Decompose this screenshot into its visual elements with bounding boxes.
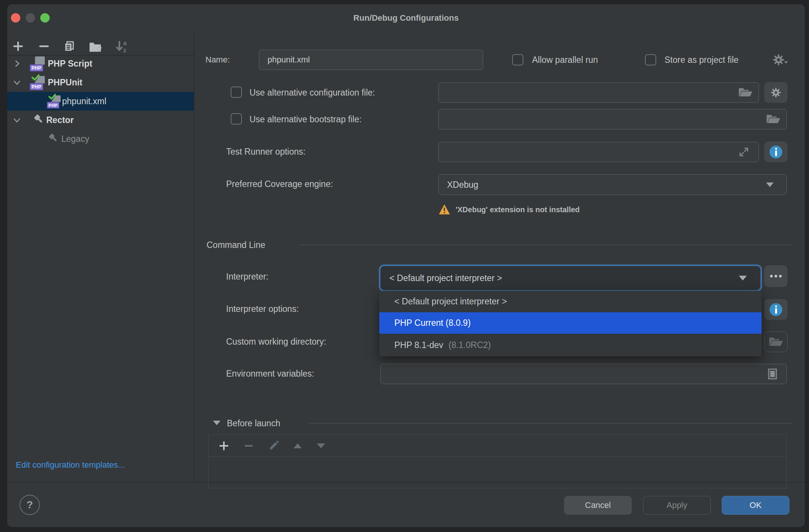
open-folder-icon[interactable] <box>766 114 780 125</box>
use-alt-config-label: Use alternative configuration file: <box>249 88 375 98</box>
command-line-section-title: Command Line <box>207 240 265 250</box>
tree-item-rector[interactable]: Rector <box>7 111 194 129</box>
before-launch-section-title: Before launch <box>227 418 280 429</box>
store-as-project-file-label: Store as project file <box>665 55 739 65</box>
gear-icon <box>770 87 782 99</box>
interpreter-options-info-button[interactable] <box>764 299 788 320</box>
apply-button[interactable]: Apply <box>643 496 711 515</box>
copy-configuration-button[interactable] <box>62 40 76 53</box>
browse-ellipsis-icon <box>769 274 782 278</box>
interpreter-options-label: Interpreter options: <box>226 304 299 314</box>
interpreter-browse-button[interactable] <box>764 265 788 287</box>
info-icon <box>769 146 782 158</box>
alt-config-path-input[interactable] <box>438 82 759 103</box>
environment-variables-input[interactable] <box>380 364 787 384</box>
interpreter-label: Interpreter: <box>226 272 269 282</box>
chevron-down-icon[interactable] <box>12 78 21 87</box>
test-runner-info-button[interactable] <box>764 141 788 162</box>
edit-task-button[interactable] <box>268 440 279 451</box>
move-up-button[interactable] <box>293 442 303 450</box>
tree-item-label: Rector <box>46 115 74 125</box>
open-folder-icon[interactable] <box>738 87 753 98</box>
cancel-button[interactable]: Cancel <box>564 496 632 515</box>
phpunit-icon: PHP <box>30 74 45 90</box>
tree-item-label: phpunit.xml <box>62 96 106 106</box>
tree-item-phpunit-xml-selected[interactable]: PHP phpunit.xml <box>7 92 194 111</box>
interpreter-combobox-value: < Default project interpreter > <box>389 273 502 283</box>
svg-text:a: a <box>123 40 127 46</box>
alt-config-settings-button[interactable] <box>764 82 788 103</box>
store-as-project-file-checkbox[interactable] <box>645 54 656 65</box>
before-launch-collapse-icon[interactable] <box>212 420 221 426</box>
coverage-engine-combobox[interactable]: XDebug <box>438 174 787 195</box>
use-alt-config-checkbox[interactable] <box>231 87 242 98</box>
coverage-engine-label: Preferred Coverage engine: <box>226 179 333 189</box>
alt-bootstrap-path-input[interactable] <box>438 109 787 129</box>
name-input[interactable]: phpunit.xml <box>259 50 483 70</box>
dropdown-item-php-current-selected[interactable]: PHP Current (8.0.9) <box>379 312 762 334</box>
chevron-down-icon[interactable] <box>12 116 21 125</box>
expand-field-icon[interactable] <box>738 146 750 158</box>
interpreter-dropdown-popup: < Default project interpreter > PHP Curr… <box>379 291 762 356</box>
help-button[interactable]: ? <box>20 495 40 515</box>
before-launch-toolbar <box>208 435 786 457</box>
remove-configuration-button[interactable] <box>38 40 50 52</box>
open-folder-icon <box>769 336 783 348</box>
php-script-icon: PHP <box>30 56 45 71</box>
allow-parallel-run-checkbox[interactable] <box>512 54 523 65</box>
add-configuration-button[interactable] <box>12 40 24 52</box>
warning-icon <box>438 204 450 215</box>
dropdown-arrow-icon[interactable] <box>765 182 774 188</box>
screen: Run/Debug Configurations a z <box>0 0 809 532</box>
environment-list-icon[interactable] <box>768 368 777 380</box>
use-alt-bootstrap-checkbox[interactable] <box>231 113 242 125</box>
before-launch-panel <box>208 435 787 488</box>
remove-task-button[interactable] <box>243 440 254 451</box>
tree-item-phpunit[interactable]: PHP PHPUnit <box>7 73 194 92</box>
dropdown-item-default-interpreter[interactable]: < Default project interpreter > <box>379 291 762 312</box>
dropdown-item-version-suffix: (8.1.0RC2) <box>449 340 491 350</box>
custom-working-directory-browse-button[interactable] <box>764 331 788 352</box>
info-icon <box>769 303 782 316</box>
help-icon: ? <box>26 499 33 511</box>
phpunit-configuration-icon: PHP <box>47 94 61 109</box>
sidebar-divider[interactable] <box>194 30 195 482</box>
add-task-button[interactable] <box>218 440 230 451</box>
tree-item-legacy[interactable]: Legacy <box>7 129 194 148</box>
coverage-warning-text: 'XDebug' extension is not installed <box>456 205 580 214</box>
chevron-right-icon[interactable] <box>12 59 21 68</box>
move-down-button[interactable] <box>316 442 326 450</box>
sort-alphabetically-icon[interactable]: a z <box>114 40 129 54</box>
edit-configuration-templates-link[interactable]: Edit configuration templates... <box>16 460 125 470</box>
svg-text:z: z <box>123 47 126 53</box>
dropdown-item-php-81-dev[interactable]: PHP 8.1-dev (8.1.0RC2) <box>379 334 762 356</box>
hammer-icon <box>46 133 58 145</box>
dialog-title: Run/Debug Configurations <box>7 13 805 23</box>
hammer-icon <box>30 114 43 126</box>
name-label: Name: <box>205 55 230 65</box>
interpreter-combobox[interactable]: < Default project interpreter > <box>379 264 762 292</box>
custom-working-directory-label: Custom working directory: <box>226 337 326 347</box>
tree-item-label: Legacy <box>61 134 89 144</box>
store-as-project-file-gear-icon[interactable] <box>772 53 788 67</box>
tree-item-label: PHP Script <box>48 59 92 69</box>
before-launch-task-list[interactable] <box>208 458 786 488</box>
before-launch-section-divider <box>309 423 792 424</box>
run-debug-configurations-dialog: Run/Debug Configurations a z <box>7 4 805 527</box>
allow-parallel-run-label: Allow parallel run <box>532 55 598 65</box>
dropdown-arrow-icon[interactable] <box>738 275 748 281</box>
new-folder-button[interactable] <box>88 40 102 53</box>
ok-button[interactable]: OK <box>722 496 789 515</box>
tree-item-php-script[interactable]: PHP PHP Script <box>7 54 194 73</box>
tree-item-label: PHPUnit <box>48 78 82 88</box>
command-line-section-divider <box>299 245 792 245</box>
use-alt-bootstrap-label: Use alternative bootstrap file: <box>249 114 362 125</box>
environment-variables-label: Environment variables: <box>226 369 314 379</box>
test-runner-options-input[interactable] <box>438 142 759 162</box>
test-runner-options-label: Test Runner options: <box>226 147 306 157</box>
dropdown-item-label: PHP 8.1-dev <box>394 340 443 350</box>
